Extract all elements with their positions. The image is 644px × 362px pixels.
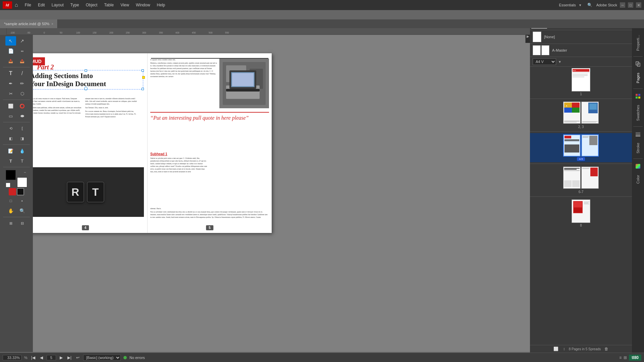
zoom-input[interactable]: [3, 355, 21, 360]
content-placer[interactable]: 📤: [17, 56, 28, 66]
page-1-thumb[interactable]: MUD: [572, 68, 590, 92]
spread-45[interactable]: 4-5: [530, 133, 632, 162]
pages-label[interactable]: Pages: [635, 70, 641, 86]
background-color-swatch[interactable]: [17, 177, 27, 187]
essentials-dropdown-icon[interactable]: ▼: [579, 3, 582, 7]
search-icon[interactable]: 🔍: [587, 3, 592, 7]
next-page-btn[interactable]: ▶: [59, 355, 64, 360]
layout-dropdown[interactable]: [Basic] (working): [83, 355, 121, 361]
page-number-input[interactable]: [47, 355, 56, 360]
new-page-btn[interactable]: ⬜: [552, 347, 559, 351]
minimize-btn[interactable]: ─: [620, 2, 625, 8]
normal-view-btn[interactable]: □: [5, 196, 16, 205]
adobe-stock-label[interactable]: Adobe Stock: [596, 3, 617, 7]
none-item[interactable]: [None]: [530, 30, 632, 44]
spread-8[interactable]: 8: [530, 198, 632, 229]
page-5-thumb[interactable]: [581, 134, 599, 157]
scissors-tool[interactable]: ✂: [5, 89, 16, 98]
pen-tool[interactable]: ✒: [5, 79, 16, 88]
spread-67[interactable]: 6-7: [530, 165, 632, 195]
maximize-btn[interactable]: □: [628, 2, 633, 8]
home-icon[interactable]: ⌂: [15, 2, 18, 8]
preview-view-btn[interactable]: ▪: [17, 196, 28, 205]
rect-tool[interactable]: ▭: [5, 111, 16, 121]
page-3-img: [588, 103, 598, 113]
close-btn[interactable]: ✕: [636, 2, 641, 8]
prev-page-btn[interactable]: ◀: [39, 355, 44, 360]
page-8-thumb[interactable]: [572, 199, 590, 223]
fill-tool-btn[interactable]: [9, 188, 16, 195]
spread-divider-1: [530, 99, 632, 99]
eyedrop-tool[interactable]: 💧: [17, 146, 28, 156]
note-tool[interactable]: 📝: [5, 146, 16, 156]
tab-close-btn[interactable]: ×: [51, 22, 53, 26]
layout-select[interactable]: A4 V: [533, 58, 556, 65]
pencil-tool[interactable]: ✏: [17, 79, 28, 88]
content-grabber[interactable]: [84, 87, 88, 90]
type-tool[interactable]: T: [5, 69, 16, 78]
title-frame[interactable]: Adding Sections Into Your InDesign Docum…: [28, 70, 143, 89]
menu-object[interactable]: Object: [83, 2, 100, 8]
arrange-btn[interactable]: ⊞: [624, 355, 627, 360]
view-toggle-btn[interactable]: ≡: [619, 355, 622, 360]
line-tool[interactable]: /: [17, 69, 28, 78]
ellipse-tool[interactable]: ⬬: [17, 111, 28, 121]
frame-options-btn[interactable]: ⊟: [17, 219, 28, 228]
rect-frame-tool[interactable]: ⬜: [5, 101, 16, 111]
ellipse-frame-tool[interactable]: ⭕: [17, 101, 28, 111]
color-label[interactable]: Color: [635, 172, 641, 186]
delete-page-btn[interactable]: 🗑: [603, 347, 609, 351]
free-transform-tool[interactable]: ⟲: [5, 124, 16, 133]
place-text-tool[interactable]: T: [17, 156, 28, 166]
last-page-btn[interactable]: ▶|: [66, 355, 72, 360]
page-7-thumb[interactable]: [581, 167, 599, 189]
swap-colors-icon[interactable]: ↔: [23, 171, 26, 174]
eraser-tool[interactable]: ⬡: [17, 89, 28, 98]
menu-edit[interactable]: Edit: [35, 2, 48, 8]
gap-tool[interactable]: ⇔: [17, 46, 28, 56]
essentials-btn[interactable]: Essentials: [559, 3, 576, 7]
page-6-cols: [564, 180, 580, 187]
spread-1[interactable]: MUD 1: [530, 67, 632, 97]
page-flip-btn[interactable]: ↩: [75, 355, 80, 360]
stroke-tool-btn[interactable]: [17, 188, 24, 195]
stroke-label[interactable]: Stroke: [635, 140, 641, 156]
menu-type[interactable]: Type: [68, 2, 82, 8]
move-page-btn[interactable]: ↕: [562, 347, 566, 351]
first-page-btn[interactable]: |◀: [30, 355, 36, 360]
gradient-feather[interactable]: ◨: [17, 134, 28, 143]
amaster-item[interactable]: A-Master: [530, 44, 632, 57]
swatches-icon-btn[interactable]: [633, 92, 643, 101]
spread-23[interactable]: A: [530, 100, 632, 130]
hand-tool[interactable]: ✋: [5, 206, 16, 216]
fit-content-btn[interactable]: ⊞: [5, 219, 16, 228]
content-collector[interactable]: 📥: [5, 56, 16, 66]
layout-dropdown-arrow[interactable]: ▼: [558, 60, 561, 64]
page-2-thumb[interactable]: A: [563, 102, 581, 124]
document-tab[interactable]: *sample article.indd @ 50% ×: [0, 19, 58, 28]
pages-icon-btn[interactable]: [633, 59, 643, 69]
menu-layout[interactable]: Layout: [49, 2, 66, 8]
properties-label[interactable]: Properti...: [635, 32, 641, 54]
text-frame-tool[interactable]: T: [5, 156, 16, 166]
foreground-color-swatch[interactable]: [6, 170, 16, 180]
gradient-tool[interactable]: ◧: [5, 134, 16, 143]
zoom-tool[interactable]: 🔍: [17, 206, 28, 216]
swatches-label-right[interactable]: Swatches: [635, 102, 641, 124]
menu-view[interactable]: View: [118, 2, 132, 8]
pages-panel[interactable]: MUD 1: [530, 67, 632, 345]
menu-file[interactable]: File: [22, 2, 34, 8]
page-6-thumb[interactable]: [563, 167, 581, 189]
color-icon-btn[interactable]: [633, 162, 643, 171]
shear-tool[interactable]: ⟦: [17, 124, 28, 133]
menu-table[interactable]: Table: [101, 2, 116, 8]
menu-window[interactable]: Window: [133, 2, 153, 8]
page-4-thumb[interactable]: [563, 134, 581, 157]
menu-help[interactable]: Help: [154, 2, 168, 8]
selection-tool[interactable]: ↖: [5, 36, 16, 46]
stroke-icon-btn[interactable]: [633, 129, 643, 139]
page-3-thumb[interactable]: [581, 102, 599, 124]
direct-selection-tool[interactable]: ↗: [17, 36, 28, 46]
page-tool[interactable]: 📄: [5, 46, 16, 56]
default-colors-icon[interactable]: [6, 183, 10, 187]
